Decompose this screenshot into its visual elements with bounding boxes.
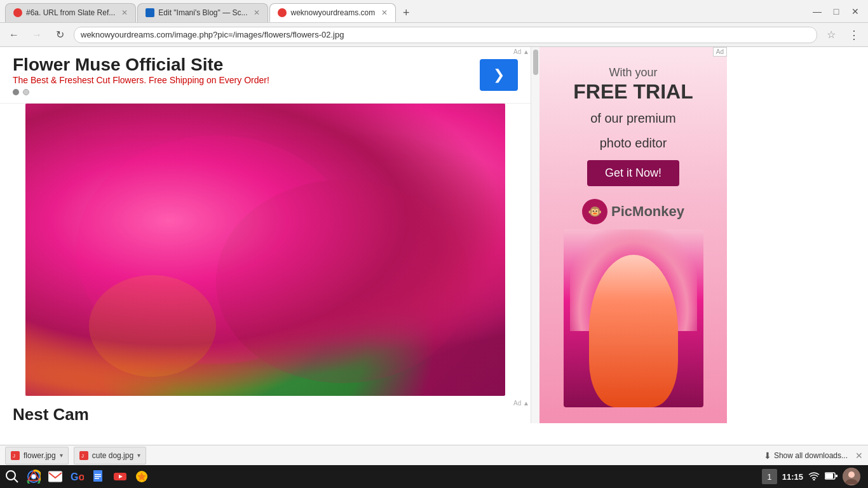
reload-button[interactable]: ↻ [51,26,69,44]
svg-point-22 [813,478,815,480]
sidebar-ad-trial: FREE TRIAL of our premium photo editor [573,79,693,152]
sidebar-ad: Ad With your FREE TRIAL of our premium p… [539,47,727,423]
download-2-chevron[interactable]: ▾ [137,452,140,459]
ad-subtitle: The Best & Freshest Cut Flowers. Free Sh… [13,75,470,85]
menu-button[interactable]: ⋮ [845,26,863,44]
svg-point-7 [6,471,15,480]
picmonkey-logo: 🐵 PicMonkey [582,199,684,224]
taskbar-youtube-icon[interactable] [111,467,130,486]
downloads-bar: J flower.jpg ▾ J cute dog.jpg ▾ ⬇ Show a… [0,445,868,465]
download-arrow-icon: ⬇ [764,451,771,461]
page-content: Flower Muse Official Site The Best & Fre… [0,47,868,423]
taskbar-avatar[interactable] [843,468,860,485]
svg-rect-24 [825,473,833,478]
svg-point-10 [31,474,36,479]
tab-bar: #6a. URL from Slate Ref... ✕ Edit "Imani… [5,1,807,22]
window-count: 1 [762,469,777,484]
window-controls: — □ ✕ [810,4,863,19]
address-bar: ← → ↻ weknowyourdreams.com/image.php?pic… [0,23,868,47]
tab-2-close[interactable]: ✕ [254,8,260,17]
download-item-1[interactable]: J flower.jpg ▾ [5,447,69,464]
content-wrapper: Flower Muse Official Site The Best & Fre… [0,47,727,423]
trial-line2: of our premium [590,111,676,125]
minimize-button[interactable]: — [810,4,825,19]
bookmark-button[interactable]: ☆ [822,26,840,44]
svg-text:Google: Google [71,471,84,482]
tab-1[interactable]: #6a. URL from Slate Ref... ✕ [5,3,136,22]
download-1-name: flower.jpg [24,451,56,460]
tab-3-close[interactable]: ✕ [381,8,388,17]
tab-1-close[interactable]: ✕ [121,8,128,17]
new-tab-button[interactable]: + [397,4,415,22]
show-all-downloads[interactable]: ⬇ Show all downloads... [764,451,848,461]
svg-text:J: J [81,453,84,459]
dot-1[interactable] [13,89,19,95]
tab-3-label: weknowyourdreams.com [290,8,375,17]
taskbar-time: 11:15 [782,472,803,482]
scrollbar[interactable] [531,47,539,423]
sidebar-ad-label: Ad [713,47,727,57]
download-2-favicon: J [79,451,88,460]
ad-attribution: Ad ▲ [513,48,529,55]
svg-point-27 [848,471,855,478]
dot-indicators [13,89,470,95]
taskbar-right: 1 11:15 [762,468,865,485]
trial-line1: FREE TRIAL [573,80,693,103]
svg-rect-11 [48,471,62,482]
ad-text-block: Flower Muse Official Site The Best & Fre… [13,55,470,95]
tab-2-label: Edit "Imani's Blog" — Sc... [158,8,247,17]
sidebar-ad-top-text: With your [609,66,657,79]
taskbar-keep-icon[interactable] [132,467,151,486]
taskbar-search-icon[interactable] [3,467,22,486]
tab-2-favicon [146,8,154,17]
tab-2[interactable]: Edit "Imani's Blog" — Sc... ✕ [137,3,268,22]
url-bar[interactable]: weknowyourdreams.com/image.php?pic=/imag… [74,27,817,43]
ad-bottom: Nest Cam Ad ▲ [0,398,531,423]
ad-next-button[interactable]: ❯ [480,59,518,91]
svg-rect-15 [95,474,101,475]
show-downloads-label: Show all downloads... [774,451,848,460]
back-button[interactable]: ← [5,26,23,44]
download-2-name: cute dog.jpg [92,451,133,460]
url-text: weknowyourdreams.com/image.php?pic=/imag… [81,30,810,39]
ad-bottom-title: Nest Cam [13,405,89,423]
restore-button[interactable]: □ [829,4,844,19]
picmonkey-icon: 🐵 [582,199,607,224]
close-window-button[interactable]: ✕ [848,4,863,19]
get-it-now-button[interactable]: Get it Now! [587,160,679,186]
dot-2[interactable] [23,89,29,95]
ad-bottom-attribution: Ad ▲ [513,400,529,407]
download-1-chevron[interactable]: ▾ [60,452,63,459]
sidebar-ad-content: Ad With your FREE TRIAL of our premium p… [539,47,727,423]
taskbar-google-icon[interactable]: Google [67,467,86,486]
battery-icon [825,472,837,482]
taskbar: Google 1 11:15 [0,465,868,488]
svg-text:J: J [13,453,15,459]
downloads-close-button[interactable]: ✕ [855,451,863,461]
download-item-2[interactable]: J cute dog.jpg ▾ [74,447,146,464]
tab-3[interactable]: weknowyourdreams.com ✕ [269,3,396,22]
download-1-favicon: J [11,451,20,460]
main-content: Flower Muse Official Site The Best & Fre… [0,47,531,423]
forward-button[interactable]: → [28,26,46,44]
ad-banner-top: Flower Muse Official Site The Best & Fre… [0,47,531,104]
svg-point-2 [89,275,216,377]
sidebar-woman-illustration [564,229,703,407]
flower-overlay-svg [25,104,505,396]
flower-image [25,104,505,396]
picmonkey-text: PicMonkey [611,203,684,220]
sidebar-woman-shape [589,255,678,407]
tab-1-favicon [13,8,22,17]
taskbar-gmail-icon[interactable] [46,467,65,486]
trial-line3: photo editor [600,136,667,150]
ad-title: Flower Muse Official Site [13,55,470,75]
scrollbar-thumb[interactable] [533,50,538,75]
svg-point-1 [216,180,470,383]
taskbar-chrome-icon[interactable] [24,467,43,486]
title-bar: #6a. URL from Slate Ref... ✕ Edit "Imani… [0,0,868,23]
taskbar-docs-icon[interactable] [89,467,108,486]
flower-image-container [0,104,531,396]
tab-1-label: #6a. URL from Slate Ref... [26,8,115,17]
tab-3-favicon [278,8,287,17]
svg-line-8 [14,478,18,482]
